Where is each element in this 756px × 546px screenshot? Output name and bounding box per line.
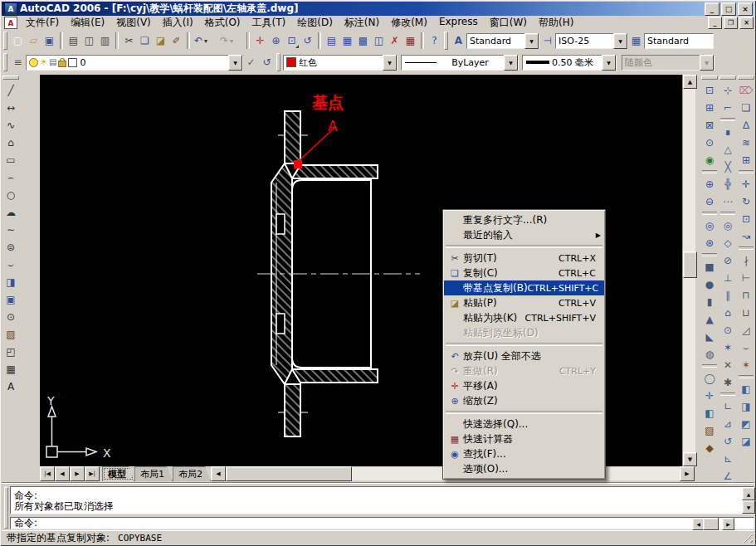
arc-icon[interactable]: ⌢ — [2, 168, 19, 186]
layout-tab-2[interactable]: 布局1 — [134, 466, 173, 481]
zoom-center-icon[interactable]: ⊙ — [701, 134, 718, 151]
layer-on-icon[interactable] — [29, 58, 38, 67]
snap-tracking-icon[interactable]: ⊹ — [719, 81, 736, 99]
array-icon[interactable]: ⊞ — [738, 151, 754, 168]
polygon-icon[interactable]: ⌂ — [2, 134, 19, 151]
offset-icon[interactable]: ≋ — [738, 134, 754, 151]
menu-item[interactable]: 标注(N) — [339, 15, 385, 31]
mtext-icon[interactable]: A — [2, 378, 19, 395]
menu-item[interactable]: 视图(V) — [110, 15, 157, 31]
zoom-window-tool-icon[interactable]: ⊡ — [701, 81, 718, 99]
scroll-left-icon[interactable]: ◀ — [211, 466, 226, 481]
ucs-previous-icon[interactable]: ↺ — [719, 432, 736, 450]
toolbar-grip[interactable] — [3, 32, 7, 50]
snap-node-icon[interactable]: ⊙ — [719, 321, 736, 339]
markup-manager-icon[interactable]: ✗ — [387, 32, 402, 49]
polyline-icon[interactable]: ∿ — [2, 116, 19, 134]
ellipse-icon[interactable]: ⊜ — [2, 238, 19, 256]
menu-item[interactable]: 帮助(H) — [533, 15, 579, 31]
tab-nav-first-button[interactable]: |◀ — [40, 466, 55, 481]
command-history-scrollbar[interactable]: ▲ ▼ — [742, 487, 754, 514]
ellipse-arc-icon[interactable]: ⌣ — [2, 256, 19, 273]
chamfer-icon[interactable]: ◿ — [738, 321, 754, 339]
region-icon[interactable]: ◰ — [2, 343, 19, 360]
cone-icon[interactable]: ▲ — [701, 310, 718, 328]
snap-midpoint-icon[interactable]: △ — [719, 140, 736, 158]
snap-nearest-icon[interactable]: ✶ — [719, 339, 736, 356]
zoom-out-icon[interactable]: ⊖ — [701, 193, 718, 210]
explode-icon[interactable]: ✶ — [738, 356, 754, 373]
redo-icon[interactable]: ↷▾ — [218, 32, 244, 49]
text-style-icon[interactable]: A — [451, 32, 466, 49]
move-icon[interactable]: ✛ — [738, 175, 754, 193]
break-at-point-icon[interactable]: ⊓ — [738, 286, 754, 304]
stretch-icon[interactable]: ↝ — [738, 227, 754, 245]
mdi-minimize-button[interactable]: _ — [708, 17, 722, 29]
context-paste-as-block[interactable]: 粘贴为块(K)CTRL+SHIFT+V — [444, 310, 604, 325]
revision-cloud-icon[interactable]: ☁ — [2, 203, 19, 221]
zoom-extents-icon[interactable]: ⊛ — [701, 234, 718, 251]
text-style-combo[interactable]: Standard ▼ — [466, 33, 539, 49]
toolbar-grip[interactable] — [444, 32, 448, 50]
properties-icon[interactable]: ▤ — [324, 32, 339, 49]
layer-previous-icon[interactable]: ↺ — [259, 54, 275, 71]
snap-center-icon[interactable]: ◎ — [719, 217, 736, 234]
erase-icon[interactable]: ⌦ — [738, 81, 754, 99]
dim-style-combo[interactable]: ISO-25 ▼ — [555, 33, 628, 49]
designcenter-icon[interactable]: ▦ — [339, 32, 355, 49]
scroll-up-icon[interactable]: ▲ — [742, 487, 755, 500]
snap-tangent-icon[interactable]: ⊘ — [719, 251, 736, 269]
minimize-button[interactable]: _ — [705, 2, 719, 16]
dropdown-arrow-icon[interactable]: ▼ — [383, 55, 397, 71]
wedge-icon[interactable]: ◣ — [701, 328, 718, 345]
context-quickcalc[interactable]: ▦快速计算器 — [444, 431, 604, 446]
menu-item[interactable]: 工具(T) — [246, 15, 292, 31]
toolbar-grip[interactable] — [276, 53, 280, 71]
rotate-icon[interactable]: ↻ — [738, 193, 754, 210]
toolbar-grip[interactable] — [719, 76, 736, 80]
tab-nav-prev-button[interactable]: ◀ — [55, 466, 70, 481]
snap-insert-icon[interactable]: ⌂ — [719, 304, 736, 321]
lineweight-combo[interactable]: 0.50 毫米 ▼ — [522, 55, 617, 71]
paste-icon[interactable]: ◪ — [153, 32, 168, 49]
zoom-in-icon[interactable]: ⊕ — [701, 175, 718, 193]
spline-icon[interactable]: ∼ — [2, 221, 19, 238]
close-button[interactable]: × — [738, 2, 753, 16]
undo-icon[interactable]: ↶▾ — [193, 32, 218, 49]
ucs-world-icon[interactable]: ⊿ — [719, 415, 736, 432]
box-icon[interactable]: ■ — [701, 258, 718, 275]
sphere-icon[interactable]: ● — [701, 275, 718, 293]
snap-from-icon[interactable]: ⌐ — [719, 99, 736, 116]
context-paste[interactable]: ◪粘贴(P)CTRL+V — [444, 295, 604, 310]
hatch-icon[interactable]: ▨ — [2, 325, 19, 343]
context-copy[interactable]: ❏复制(C)CTRL+C — [444, 266, 604, 280]
menu-item[interactable]: 文件(F) — [20, 15, 65, 31]
menu-item[interactable]: 修改(M) — [385, 15, 433, 31]
tab-nav-next-button[interactable]: ▶ — [70, 466, 85, 481]
qnew-icon[interactable]: ▢ — [10, 32, 26, 49]
mdi-restore-button[interactable]: ❐ — [724, 17, 738, 29]
zoom-window-icon[interactable]: ⊡ — [284, 32, 300, 49]
context-undo-deselect[interactable]: ↶放弃(U) 全部不选 — [444, 349, 604, 363]
horizontal-scroll-thumb[interactable] — [226, 466, 352, 481]
toolbar-grip[interactable] — [738, 76, 754, 80]
dim-style-icon[interactable]: ⊣ — [539, 32, 555, 49]
zoom-realtime-icon[interactable]: ⊕ — [268, 32, 284, 49]
zoom-all-icon[interactable]: ◎ — [701, 217, 718, 234]
context-zoom[interactable]: ⊕缩放(Z) — [444, 393, 604, 408]
make-layer-current-icon[interactable]: ✓ — [243, 54, 259, 71]
dropdown-arrow-icon[interactable]: ▼ — [602, 55, 616, 71]
osnap-settings-icon[interactable]: ✱ — [719, 373, 736, 391]
copy-object-icon[interactable]: ❏ — [738, 99, 754, 116]
publish-icon[interactable]: ▥ — [97, 32, 113, 49]
draworder-send-to-back-icon[interactable]: ◨ — [738, 397, 754, 415]
dropdown-arrow-icon[interactable]: ▼ — [228, 55, 242, 71]
command-window-grip[interactable] — [4, 487, 8, 529]
3d-orbit-icon[interactable]: ◯ — [701, 369, 718, 387]
snap-parallel-icon[interactable]: ∥ — [719, 286, 736, 304]
layout-tab-3[interactable]: 布局2 — [173, 466, 211, 481]
rectangle-icon[interactable]: ▭ — [2, 151, 19, 168]
scroll-down-icon[interactable]: ▼ — [683, 452, 697, 466]
dropdown-arrow-icon[interactable]: ▾ — [230, 37, 233, 45]
scroll-right-icon[interactable]: ▶ — [722, 518, 734, 530]
